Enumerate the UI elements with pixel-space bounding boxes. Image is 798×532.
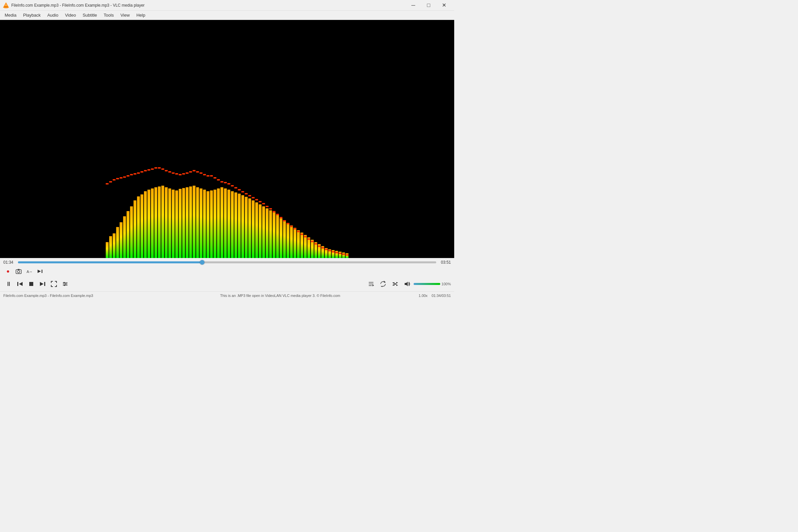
menu-audio[interactable]: Audio	[44, 11, 61, 19]
seekbar-area: 01:34 03:51	[0, 258, 454, 265]
video-area[interactable]	[0, 20, 454, 258]
svg-rect-126	[314, 243, 317, 244]
frame-step-button[interactable]	[35, 267, 44, 276]
svg-rect-92	[255, 199, 258, 201]
volume-fill	[414, 283, 440, 285]
svg-rect-33	[154, 187, 157, 258]
playlist-button[interactable]	[366, 279, 376, 289]
svg-rect-111	[290, 225, 292, 258]
fullscreen-button[interactable]	[49, 279, 59, 289]
svg-rect-96	[262, 203, 265, 205]
svg-rect-107	[283, 220, 286, 258]
svg-rect-87	[248, 198, 251, 258]
svg-rect-71	[221, 187, 223, 258]
play-pause-button[interactable]: ⏸	[3, 279, 14, 289]
svg-rect-130	[321, 247, 324, 248]
playback-time: 01:34/03:51	[432, 293, 451, 298]
svg-rect-88	[248, 195, 251, 196]
menu-subtitle[interactable]: Subtitle	[79, 11, 100, 19]
stop-button[interactable]	[26, 279, 37, 289]
svg-point-161	[64, 285, 65, 286]
mute-button[interactable]	[402, 279, 412, 289]
random-button[interactable]	[390, 279, 400, 289]
next-button[interactable]	[37, 279, 48, 289]
svg-rect-58	[196, 171, 199, 173]
seekbar-track[interactable]	[18, 261, 436, 263]
loop-button[interactable]	[378, 279, 388, 289]
total-time: 03:51	[439, 260, 451, 265]
svg-rect-44	[172, 173, 174, 174]
svg-rect-40	[165, 170, 168, 171]
svg-rect-123	[311, 240, 314, 258]
svg-rect-64	[207, 175, 209, 176]
right-controls: 100%	[366, 279, 451, 289]
seekbar-thumb[interactable]	[200, 260, 205, 265]
menu-view[interactable]: View	[117, 11, 133, 19]
svg-rect-77	[231, 191, 233, 258]
svg-rect-62	[203, 174, 206, 175]
svg-marker-155	[40, 282, 43, 286]
svg-rect-12	[116, 178, 119, 179]
seekbar-fill	[18, 261, 202, 263]
svg-rect-54	[189, 171, 192, 173]
svg-rect-142	[342, 253, 345, 255]
svg-rect-48	[179, 174, 182, 175]
svg-rect-121	[307, 238, 310, 258]
svg-rect-31	[151, 189, 154, 258]
svg-rect-76	[227, 183, 230, 185]
menu-video[interactable]: Video	[61, 11, 79, 19]
svg-rect-97	[266, 208, 268, 258]
volume-area: 100%	[414, 282, 451, 286]
svg-rect-104	[276, 214, 279, 215]
svg-rect-89	[252, 201, 254, 258]
svg-rect-102	[273, 211, 275, 212]
volume-track[interactable]	[414, 283, 440, 285]
svg-rect-109	[287, 223, 289, 258]
svg-rect-20	[130, 174, 133, 175]
svg-rect-150	[41, 270, 42, 273]
svg-rect-29	[147, 190, 150, 258]
controls-row1: ● A↔B	[0, 265, 454, 277]
svg-rect-153	[29, 282, 33, 286]
svg-rect-8	[109, 181, 112, 183]
status-right: 1.00x 01:34/03:51	[419, 293, 451, 298]
menu-playback[interactable]: Playback	[20, 11, 44, 19]
svg-rect-82	[238, 189, 241, 191]
playback-speed: 1.00x	[419, 293, 428, 298]
svg-rect-55	[192, 186, 195, 258]
loop-ab-button[interactable]: A↔B	[25, 267, 34, 276]
close-button[interactable]: ✕	[436, 0, 452, 11]
svg-rect-50	[182, 173, 185, 174]
vlc-icon	[3, 2, 9, 8]
svg-rect-98	[266, 206, 268, 207]
svg-rect-51	[186, 187, 189, 258]
menu-media[interactable]: Media	[1, 11, 20, 19]
svg-marker-165	[373, 285, 374, 286]
svg-rect-144	[346, 254, 348, 256]
record-button[interactable]: ●	[3, 267, 13, 276]
maximize-button[interactable]: □	[421, 0, 436, 11]
svg-rect-79	[234, 192, 237, 258]
svg-rect-15	[123, 216, 126, 258]
menu-help[interactable]: Help	[133, 11, 149, 19]
svg-point-159	[63, 282, 65, 283]
svg-rect-66	[210, 175, 213, 176]
prev-button[interactable]	[15, 279, 25, 289]
svg-rect-119	[304, 235, 307, 258]
menu-tools[interactable]: Tools	[100, 11, 117, 19]
svg-rect-25	[141, 194, 143, 258]
minimize-button[interactable]: ─	[406, 0, 421, 11]
snapshot-button[interactable]	[14, 267, 23, 276]
svg-marker-149	[38, 270, 41, 273]
svg-rect-57	[196, 187, 199, 258]
extended-settings-button[interactable]	[60, 279, 71, 289]
svg-marker-171	[396, 282, 398, 283]
svg-rect-110	[287, 223, 289, 224]
svg-rect-139	[339, 252, 341, 258]
status-filename: FileInfo.com Example.mp3 - FileInfo.com …	[3, 293, 141, 298]
svg-rect-120	[304, 236, 307, 238]
svg-rect-117	[301, 232, 303, 258]
svg-rect-106	[280, 217, 282, 218]
current-time: 01:34	[3, 260, 15, 265]
svg-rect-75	[227, 190, 230, 258]
